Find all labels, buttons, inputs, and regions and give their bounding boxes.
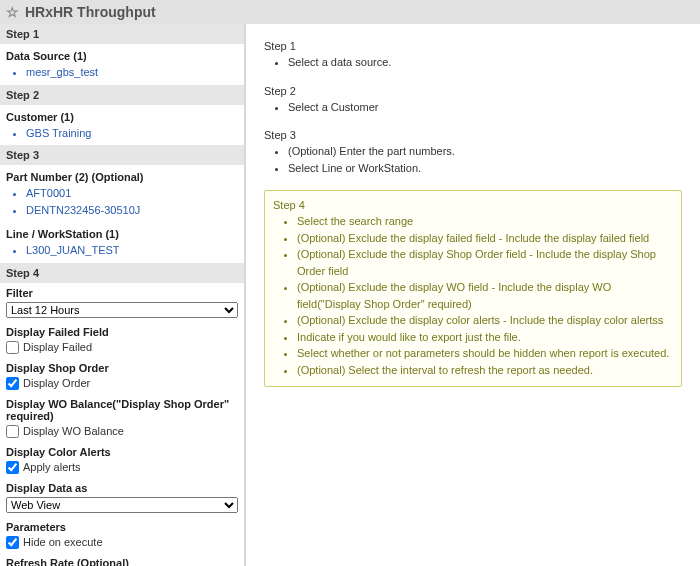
help-step4-highlight: Step 4 Select the search range (Optional…	[264, 190, 682, 387]
hide-on-execute-text: Hide on execute	[23, 536, 103, 548]
display-failed-checkbox[interactable]	[6, 341, 19, 354]
page-title: HRxHR Throughput	[25, 4, 156, 20]
help-step4-item: (Optional) Exclude the display WO field …	[297, 279, 673, 312]
display-data-as-select[interactable]: Web View	[6, 497, 238, 513]
part-number-list: AFT0001 DENTN232456-30510J	[0, 185, 244, 218]
help-step4-item: (Optional) Exclude the display failed fi…	[297, 230, 673, 247]
display-failed-text: Display Failed	[23, 341, 92, 353]
hide-on-execute-checkbox[interactable]	[6, 536, 19, 549]
step3-header: Step 3	[0, 145, 244, 165]
data-source-list: mesr_gbs_test	[0, 64, 244, 81]
help-step4-item: Select the search range	[297, 213, 673, 230]
help-step4-item: (Optional) Exclude the display Shop Orde…	[297, 246, 673, 279]
help-step3-item: (Optional) Enter the part numbers.	[288, 143, 682, 160]
help-step3-title: Step 3	[264, 129, 682, 141]
apply-alerts-checkbox[interactable]	[6, 461, 19, 474]
line-list: L300_JUAN_TEST	[0, 242, 244, 259]
part-number-item[interactable]: AFT0001	[26, 185, 244, 202]
step4-header: Step 4	[0, 263, 244, 283]
page-titlebar: ☆ HRxHR Throughput	[0, 0, 700, 24]
help-step3-list: (Optional) Enter the part numbers. Selec…	[264, 143, 682, 176]
filter-label: Filter	[6, 287, 238, 299]
help-step3-item: Select Line or WorkStation.	[288, 160, 682, 177]
help-step2-list: Select a Customer	[264, 99, 682, 116]
left-panel: Step 1 Data Source (1) mesr_gbs_test Ste…	[0, 24, 246, 566]
display-wo-balance-text: Display WO Balance	[23, 425, 124, 437]
display-wo-balance-checkbox[interactable]	[6, 425, 19, 438]
help-step2-item: Select a Customer	[288, 99, 682, 116]
refresh-rate-label: Refresh Rate (Optional)	[6, 557, 238, 567]
data-source-item[interactable]: mesr_gbs_test	[26, 64, 244, 81]
display-data-as-label: Display Data as	[6, 482, 238, 494]
help-step4-list: Select the search range (Optional) Exclu…	[273, 213, 673, 378]
help-step1-title: Step 1	[264, 40, 682, 52]
apply-alerts-text: Apply alerts	[23, 461, 80, 473]
part-number-item[interactable]: DENTN232456-30510J	[26, 202, 244, 219]
customer-list: GBS Training	[0, 125, 244, 142]
right-panel: Step 1 Select a data source. Step 2 Sele…	[246, 24, 700, 566]
line-item[interactable]: L300_JUAN_TEST	[26, 242, 244, 259]
help-step4-item: (Optional) Exclude the display color ale…	[297, 312, 673, 329]
help-step4-item: Indicate if you would like to export jus…	[297, 329, 673, 346]
help-step1-item: Select a data source.	[288, 54, 682, 71]
step2-header: Step 2	[0, 85, 244, 105]
display-failed-label: Display Failed Field	[6, 326, 238, 338]
filter-select[interactable]: Last 12 Hours	[6, 302, 238, 318]
favorite-star-icon[interactable]: ☆	[6, 4, 19, 20]
help-step4-item: (Optional) Select the interval to refres…	[297, 362, 673, 379]
parameters-label: Parameters	[6, 521, 238, 533]
display-shop-order-checkbox[interactable]	[6, 377, 19, 390]
line-workstation-label: Line / WorkStation (1)	[0, 222, 244, 242]
main-layout: Step 1 Data Source (1) mesr_gbs_test Ste…	[0, 24, 700, 566]
display-shop-order-label: Display Shop Order	[6, 362, 238, 374]
customer-label: Customer (1)	[0, 105, 244, 125]
data-source-label: Data Source (1)	[0, 44, 244, 64]
help-step4-item: Select whether or not parameters should …	[297, 345, 673, 362]
display-wo-balance-label: Display WO Balance("Display Shop Order" …	[6, 398, 238, 422]
display-shop-order-text: Display Order	[23, 377, 90, 389]
customer-item[interactable]: GBS Training	[26, 125, 244, 142]
step1-header: Step 1	[0, 24, 244, 44]
display-color-alerts-label: Display Color Alerts	[6, 446, 238, 458]
part-number-label: Part Number (2) (Optional)	[0, 165, 244, 185]
help-step2-title: Step 2	[264, 85, 682, 97]
help-step1-list: Select a data source.	[264, 54, 682, 71]
help-step4-title: Step 4	[273, 199, 673, 211]
